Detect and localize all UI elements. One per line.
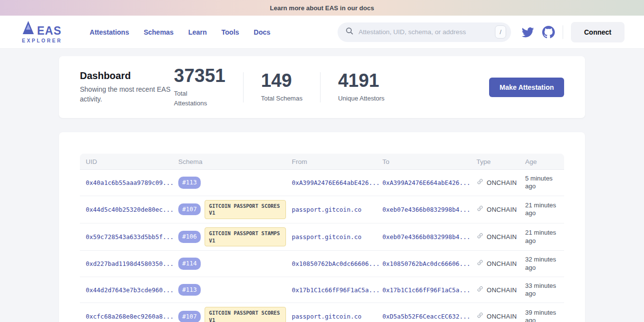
table-row[interactable]: 0x44d2d7643e7b3cde960... #113 0x17b1C1c6… [80, 277, 564, 303]
page-subtitle: Showing the most recent EAS activity. [80, 84, 174, 104]
col-from: From [286, 158, 377, 165]
schema-id-badge[interactable]: #114 [178, 258, 201, 270]
age-label: 32 minutes ago [519, 251, 564, 277]
to-link[interactable]: 0x17b1C1c66fF96F1aC5a... [382, 286, 471, 294]
slash-shortcut-key: / [495, 25, 506, 39]
col-age: Age [519, 158, 564, 165]
from-link[interactable]: passport.gitcoin.co [292, 206, 361, 213]
schema-id-badge[interactable]: #113 [178, 177, 201, 189]
to-link[interactable]: 0xeb07e4366b0832998b4... [382, 233, 471, 241]
col-uid: UID [80, 158, 172, 165]
stat-unique-attestors: 4191 Unique Attestors [338, 71, 384, 103]
from-link[interactable]: passport.gitcoin.co [292, 233, 361, 241]
col-schema: Schema [172, 158, 286, 165]
attestations-table-card: UID Schema From To Type Age 0x40a1c6b55a… [59, 132, 585, 322]
stat-label: Total Schemas [261, 94, 303, 103]
uid-link[interactable]: 0x59c728543a633d5bb5f... [86, 233, 174, 241]
stat-label: Total Attestations [174, 89, 217, 108]
link-icon [476, 259, 484, 268]
twitter-icon[interactable] [522, 26, 534, 38]
link-icon [476, 178, 484, 187]
type-label: ONCHAIN [487, 260, 517, 267]
table-row[interactable]: 0x44d5c40b25320de80ec... #107 GITCOIN PA… [80, 196, 564, 223]
make-attestation-button[interactable]: Make Attestation [489, 78, 564, 97]
nav-tools[interactable]: Tools [222, 28, 239, 36]
table-header: UID Schema From To Type Age [80, 154, 564, 170]
dashboard-card: Dashboard Showing the most recent EAS ac… [59, 56, 585, 118]
logo-subtitle: EXPLORER [22, 38, 62, 43]
nav-learn[interactable]: Learn [188, 28, 207, 36]
link-icon [476, 232, 484, 242]
schema-id-badge[interactable]: #106 [178, 231, 201, 243]
age-label: 21 minutes ago [519, 224, 564, 250]
nav-schemas[interactable]: Schemas [144, 28, 173, 36]
uid-link[interactable]: 0x44d2d7643e7b3cde960... [86, 286, 174, 294]
schema-id-badge[interactable]: #107 [178, 203, 201, 216]
table-row[interactable]: 0xd227bad1198d4580350... #114 0x10850762… [80, 251, 564, 277]
col-type: Type [471, 158, 519, 165]
page-title: Dashboard [80, 70, 174, 81]
search-icon [345, 27, 354, 37]
stat-value: 37351 [174, 66, 226, 85]
to-link[interactable]: 0xD5a5b52F6CeaccEC632... [382, 313, 471, 320]
nav-attestations[interactable]: Attestations [90, 28, 129, 36]
stat-value: 4191 [338, 71, 384, 90]
header-divider [563, 25, 563, 39]
type-label: ONCHAIN [487, 206, 517, 213]
from-link[interactable]: 0xA399A2476E664abE426... [292, 179, 380, 186]
search-bar[interactable]: / [338, 22, 511, 42]
schema-id-badge[interactable]: #113 [178, 284, 201, 296]
link-icon [476, 312, 484, 321]
uid-link[interactable]: 0x44d5c40b25320de80ec... [86, 206, 174, 213]
to-link[interactable]: 0x10850762bAc0dc66606... [382, 260, 471, 267]
nav-docs[interactable]: Docs [254, 28, 270, 36]
type-label: ONCHAIN [487, 313, 517, 320]
uid-link[interactable]: 0xcfc68a268e8ec9260a8... [86, 313, 174, 320]
docs-banner[interactable]: Learn more about EAS in our docs [0, 0, 644, 16]
uid-link[interactable]: 0xd227bad1198d4580350... [86, 260, 174, 267]
stat-total-attestations: 37351 Total Attestations [174, 66, 226, 108]
stat-label: Unique Attestors [338, 94, 384, 103]
to-link[interactable]: 0xeb07e4366b0832998b4... [382, 206, 471, 213]
type-label: ONCHAIN [487, 233, 517, 241]
social-links [522, 26, 555, 39]
main-nav: Attestations Schemas Learn Tools Docs [90, 28, 270, 36]
header: EAS EXPLORER Attestations Schemas Learn … [0, 16, 644, 49]
type-label: ONCHAIN [487, 286, 517, 294]
stat-divider [320, 72, 321, 102]
eas-logo[interactable]: EAS EXPLORER [22, 20, 62, 43]
main-content: Dashboard Showing the most recent EAS ac… [59, 56, 585, 322]
schema-id-badge[interactable]: #107 [178, 311, 201, 322]
search-input[interactable] [359, 28, 490, 36]
age-label: 39 minutes ago [519, 304, 564, 322]
uid-link[interactable]: 0x40a1c6b55aaa9789c09... [86, 179, 174, 186]
age-label: 5 minutes ago [519, 170, 564, 196]
to-link[interactable]: 0xA399A2476E664abE426... [382, 179, 471, 186]
from-link[interactable]: passport.gitcoin.co [292, 313, 361, 320]
from-link[interactable]: 0x17b1C1c66fF96F1aC5a... [292, 286, 380, 294]
from-link[interactable]: 0x10850762bAc0dc66606... [292, 260, 380, 267]
age-label: 21 minutes ago [519, 197, 564, 222]
table-row[interactable]: 0xcfc68a268e8ec9260a8... #107 GITCOIN PA… [80, 303, 564, 322]
table-row[interactable]: 0x40a1c6b55aaa9789c09... #113 0xA399A247… [80, 170, 564, 196]
schema-name-badge[interactable]: GITCOIN PASSPORT SCORES V1 [205, 307, 286, 322]
link-icon [476, 285, 484, 295]
github-icon[interactable] [542, 26, 555, 39]
stat-divider [243, 72, 244, 102]
docs-banner-text[interactable]: Learn more about EAS in our docs [270, 4, 374, 12]
table-row[interactable]: 0x59c728543a633d5bb5f... #106 GITCOIN PA… [80, 223, 564, 251]
type-label: ONCHAIN [487, 179, 517, 186]
eas-triangle-icon [22, 20, 35, 37]
logo-title: EAS [37, 25, 61, 37]
connect-button[interactable]: Connect [571, 22, 625, 42]
link-icon [476, 205, 484, 214]
stat-total-schemas: 149 Total Schemas [261, 71, 303, 103]
col-to: To [377, 158, 471, 165]
stat-value: 149 [261, 71, 303, 90]
schema-name-badge[interactable]: GITCOIN PASSPORT SCORES V1 [205, 200, 286, 219]
age-label: 33 minutes ago [519, 277, 564, 303]
schema-name-badge[interactable]: GITCOIN PASSPORT STAMPS V1 [205, 227, 286, 246]
stats: 37351 Total Attestations 149 Total Schem… [174, 66, 384, 108]
